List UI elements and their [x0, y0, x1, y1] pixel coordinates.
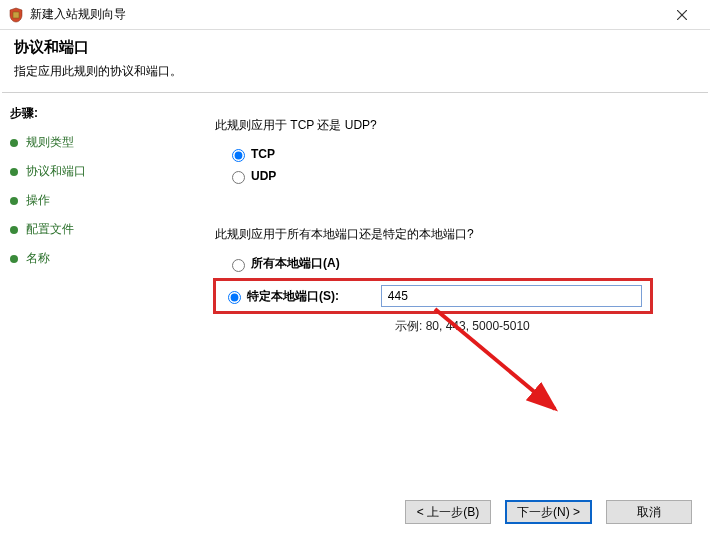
sidebar-item-label: 规则类型: [26, 134, 74, 151]
radio-row-tcp[interactable]: TCP: [227, 146, 690, 162]
footer-buttons: < 上一步(B) 下一步(N) > 取消: [405, 500, 692, 524]
port-example: 示例: 80, 443, 5000-5010: [395, 318, 690, 335]
bullet-icon: [10, 197, 18, 205]
cancel-button[interactable]: 取消: [606, 500, 692, 524]
steps-label: 步骤:: [10, 105, 185, 122]
sidebar-item-label: 名称: [26, 250, 50, 267]
sidebar-item-protocol-port[interactable]: 协议和端口: [10, 163, 185, 180]
question-protocol: 此规则应用于 TCP 还是 UDP?: [215, 117, 690, 134]
back-button[interactable]: < 上一步(B): [405, 500, 491, 524]
wizard-header: 协议和端口 指定应用此规则的协议和端口。: [0, 30, 710, 92]
close-button[interactable]: [662, 1, 702, 29]
radio-specific-ports[interactable]: [228, 291, 241, 304]
radio-all-ports-label: 所有本地端口(A): [251, 255, 340, 272]
radio-row-udp[interactable]: UDP: [227, 168, 690, 184]
radio-specific-ports-label: 特定本地端口(S):: [247, 288, 363, 305]
sidebar-item-rule-type[interactable]: 规则类型: [10, 134, 185, 151]
app-icon: [8, 7, 24, 23]
bullet-icon: [10, 226, 18, 234]
main-pane: 此规则应用于 TCP 还是 UDP? TCP UDP 此规则应用于所有本地端口还…: [195, 99, 710, 499]
radio-tcp-label: TCP: [251, 147, 275, 161]
bullet-icon: [10, 168, 18, 176]
next-button[interactable]: 下一步(N) >: [505, 500, 592, 524]
sidebar-item-label: 操作: [26, 192, 50, 209]
window-title: 新建入站规则向导: [30, 6, 662, 23]
sidebar-item-label: 协议和端口: [26, 163, 86, 180]
sidebar-item-profile[interactable]: 配置文件: [10, 221, 185, 238]
titlebar: 新建入站规则向导: [0, 0, 710, 30]
divider: [2, 92, 708, 93]
bullet-icon: [10, 255, 18, 263]
radio-udp[interactable]: [232, 171, 245, 184]
page-subtitle: 指定应用此规则的协议和端口。: [14, 63, 696, 80]
page-title: 协议和端口: [14, 38, 696, 57]
radio-all-ports[interactable]: [232, 259, 245, 272]
sidebar-item-name[interactable]: 名称: [10, 250, 185, 267]
port-input[interactable]: [381, 285, 642, 307]
close-icon: [677, 10, 687, 20]
radio-udp-label: UDP: [251, 169, 276, 183]
sidebar: 步骤: 规则类型 协议和端口 操作 配置文件 名称: [0, 99, 195, 499]
radio-tcp[interactable]: [232, 149, 245, 162]
svg-rect-0: [13, 12, 19, 18]
highlight-box: 特定本地端口(S):: [213, 278, 653, 314]
bullet-icon: [10, 139, 18, 147]
question-ports: 此规则应用于所有本地端口还是特定的本地端口?: [215, 226, 690, 243]
sidebar-item-action[interactable]: 操作: [10, 192, 185, 209]
radio-row-all-ports[interactable]: 所有本地端口(A): [227, 255, 690, 272]
sidebar-item-label: 配置文件: [26, 221, 74, 238]
